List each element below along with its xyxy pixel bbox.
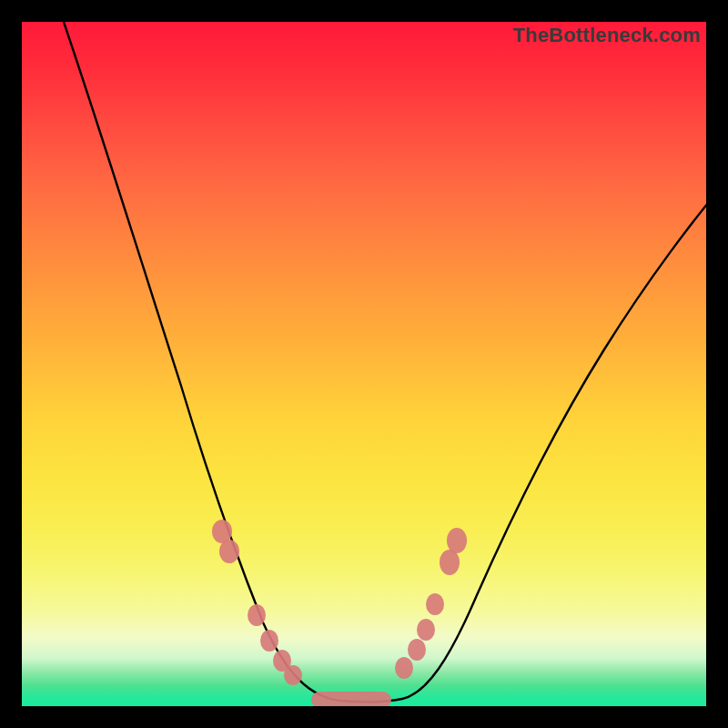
marker-dot	[260, 630, 278, 652]
chart-frame: TheBottleneck.com	[0, 0, 728, 728]
marker-dot	[395, 657, 413, 679]
flat-segment-marker	[311, 692, 391, 706]
marker-dot	[447, 528, 467, 553]
marker-dot	[248, 604, 266, 626]
marker-dot	[284, 665, 302, 685]
marker-dot	[417, 619, 435, 641]
marker-dot	[219, 540, 239, 563]
marker-dot	[440, 550, 460, 575]
bottleneck-curve-path	[64, 22, 706, 702]
marker-dot	[408, 639, 426, 661]
plot-area: TheBottleneck.com	[22, 22, 706, 706]
curve-svg	[22, 22, 706, 706]
marker-dot	[426, 593, 444, 615]
